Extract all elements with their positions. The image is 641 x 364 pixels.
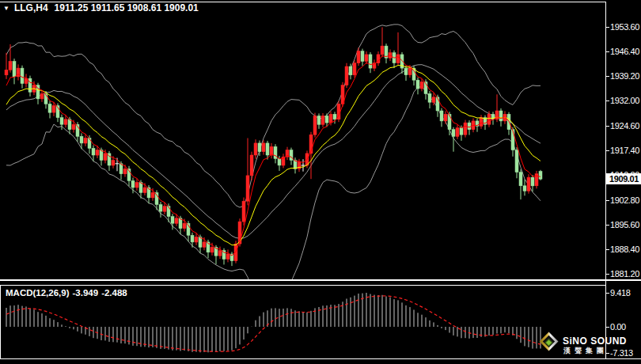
- price-axis-label: 1939.20: [610, 71, 639, 81]
- axis-tick-mark: [606, 76, 609, 77]
- price-axis-label: 1932.00: [610, 96, 639, 105]
- chart-window: ▼LLG,H41911.25 1911.65 1908.61 1909.01 M…: [0, 0, 641, 364]
- brand-logo: SiNO SOUND 漢聲集團: [540, 332, 641, 358]
- macd-axis-label: 0.00: [610, 322, 626, 332]
- collapse-arrow-icon[interactable]: ▼: [3, 5, 9, 12]
- macd-top-border: [0, 285, 605, 286]
- axis-tick-mark: [606, 100, 609, 101]
- macd-signal-line: [6, 296, 540, 351]
- chart-bottom-border: [0, 358, 641, 359]
- axis-tick-mark: [606, 225, 609, 226]
- price-axis-label: 1902.80: [610, 195, 639, 205]
- macd-label-bar: MACD(12,26,9)-3.949-2.488: [6, 288, 131, 298]
- macd-axis-label: 9.418: [610, 288, 631, 298]
- indicator-line: [6, 65, 540, 238]
- axis-tick-mark: [606, 293, 609, 294]
- macd-indicator-label: MACD(12,26,9): [6, 288, 70, 298]
- macd-left-border: [0, 286, 1, 358]
- price-axis-label: 1924.60: [610, 121, 639, 131]
- chart-title-bar: ▼LLG,H41911.25 1911.65 1908.61 1909.01: [3, 2, 199, 13]
- symbol-timeframe-label: LLG,H4: [14, 2, 48, 13]
- price-axis-label: 1946.40: [610, 47, 639, 56]
- axis-tick-mark: [606, 274, 609, 275]
- price-axis-label: 1953.60: [610, 22, 639, 32]
- macd-main-value: -3.949: [73, 288, 99, 298]
- diamond-logo-icon: [539, 332, 558, 351]
- panel-splitter[interactable]: [0, 279, 641, 281]
- axis-tick-mark: [606, 150, 609, 151]
- axis-tick-mark: [606, 126, 609, 127]
- axis-tick-mark: [606, 327, 609, 328]
- brand-name-label: SiNO SOUND: [563, 336, 627, 347]
- brand-name-chinese: 漢聲集團: [563, 346, 608, 356]
- macd-histogram: [6, 293, 540, 352]
- candlestick-chart[interactable]: [0, 0, 605, 279]
- axis-tick-mark: [606, 200, 609, 201]
- ohlc-values-label: 1911.25 1911.65 1908.61 1909.01: [55, 2, 199, 13]
- macd-signal-value: -2.488: [101, 288, 127, 298]
- axis-tick-mark: [606, 249, 609, 250]
- price-axis-label: 1895.60: [610, 220, 639, 229]
- indicator-line: [6, 25, 540, 207]
- candles: [5, 27, 542, 266]
- price-axis-label: 1888.40: [610, 245, 639, 254]
- current-price-badge: 1909.01: [606, 173, 641, 184]
- price-axis-label: 1917.40: [610, 146, 639, 155]
- price-axis[interactable]: 1953.601946.401939.201932.001924.601917.…: [605, 0, 641, 364]
- axis-tick-mark: [606, 51, 609, 52]
- indicator-line: [6, 55, 540, 256]
- price-axis-label: 1881.20: [610, 269, 639, 279]
- indicator-line: [6, 86, 540, 279]
- axis-tick-mark: [606, 27, 609, 28]
